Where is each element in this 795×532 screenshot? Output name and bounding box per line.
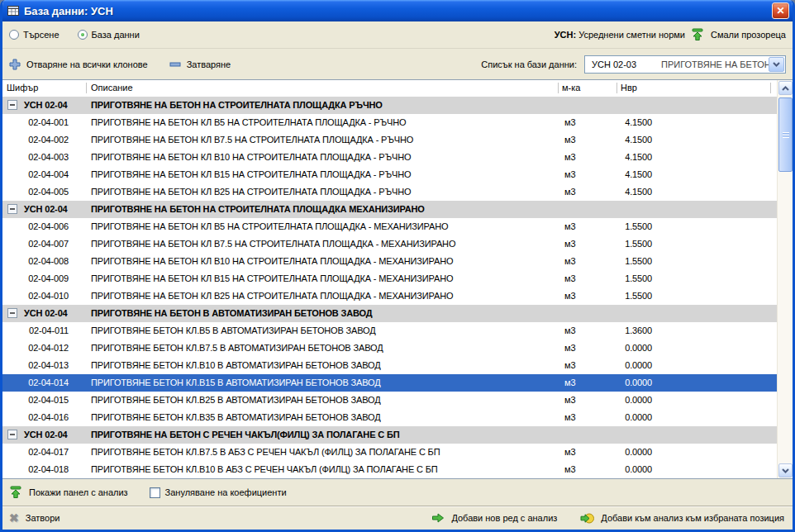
group-row[interactable]: УСН 02-04 ПРИГОТВЯНЕ НА БЕТОН С РЕЧЕН ЧА… [2,426,777,444]
row-description: ПРИГОТВЯНЕ НА БЕТОН КЛ В10 НА СТРОИТЕЛНА… [91,149,537,166]
row-norm-value: 1.5500 [576,287,652,305]
app-window: База данни: УСН ✕ Търсене База данни УСН… [0,0,795,532]
table-row[interactable]: 02-04-012 ПРИГОТВЯНЕ БЕТОН КЛ.В7.5 В АВТ… [2,340,777,357]
table-body: УСН 02-04 ПРИГОТВЯНЕ НА БЕТОН НА СТРОИТЕ… [2,97,777,478]
shrink-window-button[interactable]: Смали прозореца [691,28,786,41]
row-unit: м3 [564,322,575,340]
plus-icon [9,59,21,70]
column-divider [86,83,87,93]
table-row[interactable]: 02-04-009 ПРИГОТВЯНЕ НА БЕТОН КЛ В15 НА … [2,270,777,287]
row-description: ПРИГОТВЯНЕ БЕТОН КЛ.В10 В АБЗ С РЕЧЕН ЧА… [91,461,537,478]
table-row[interactable]: 02-04-004 ПРИГОТВЯНЕ НА БЕТОН КЛ В15 НА … [2,166,777,183]
scroll-up-button[interactable] [778,81,793,95]
table-row[interactable]: 02-04-007 ПРИГОТВЯНЕ НА БЕТОН КЛ В7.5 НА… [2,235,777,253]
row-code: 02-04-011 [2,322,69,340]
row-code: 02-04-014 [2,374,69,392]
table-row[interactable]: 02-04-011 ПРИГОТВЯНЕ БЕТОН КЛ.В5 В АВТОМ… [2,322,777,340]
collapse-box-icon[interactable] [7,204,17,214]
row-unit: м3 [564,461,575,478]
table-row[interactable]: 02-04-013 ПРИГОТВЯНЕ БЕТОН КЛ.В10 В АВТО… [2,357,777,374]
add-new-row-button[interactable]: Добави нов ред с анализ [431,512,557,524]
row-code: 02-04-005 [2,183,69,201]
radio-database-icon[interactable] [78,30,88,40]
row-description: ПРИГОТВЯНЕ БЕТОН КЛ.В5 В АВТОМАТИЗИРАН Б… [91,322,537,340]
show-analysis-panel-button[interactable]: Покажи панел с анализ [9,486,128,499]
scrollbar-thumb[interactable] [778,97,793,172]
row-code: 02-04-017 [2,444,69,461]
row-code: 02-04-002 [2,131,69,149]
close-window-button[interactable]: ✖ Затвори [9,512,60,524]
row-norm-value: 0.0000 [576,409,652,426]
show-analysis-panel-label: Покажи панел с анализ [29,487,128,497]
row-unit: м3 [564,183,575,201]
window-title: База данни: УСН [24,5,113,17]
table-row[interactable]: 02-04-006 ПРИГОТВЯНЕ НА БЕТОН КЛ В5 НА С… [2,218,777,235]
table-row[interactable]: 02-04-005 ПРИГОТВЯНЕ НА БЕТОН КЛ В25 НА … [2,183,777,201]
database-select-name: ПРИГОТВЯНЕ НА БЕТОНИ [661,59,778,69]
row-description: ПРИГОТВЯНЕ БЕТОН КЛ.В7.5 В АБЗ С РЕЧЕН Ч… [91,444,537,461]
table-row[interactable]: 02-04-014 ПРИГОТВЯНЕ БЕТОН КЛ.В15 В АВТО… [2,374,777,392]
row-unit: м3 [564,287,575,305]
add-to-selected-button[interactable]: Добави към анализ към избраната позиция [580,512,784,525]
column-divider [770,83,771,93]
table-row[interactable]: 02-04-017 ПРИГОТВЯНЕ БЕТОН КЛ.В7.5 В АБЗ… [2,444,777,461]
row-unit: м3 [564,392,575,409]
row-description: ПРИГОТВЯНЕ НА БЕТОН КЛ В7.5 НА СТРОИТЕЛН… [91,131,537,149]
row-unit: м3 [564,374,575,392]
radio-database[interactable]: База данни [78,30,140,40]
table-row[interactable]: 02-04-010 ПРИГОТВЯНЕ НА БЕТОН КЛ В25 НА … [2,287,777,305]
row-unit: м3 [564,444,575,461]
database-select-dropdown-button[interactable] [769,57,784,72]
row-description: ПРИГОТВЯНЕ НА БЕТОН КЛ В7.5 НА СТРОИТЕЛН… [91,235,537,253]
row-code: 02-04-012 [2,340,69,357]
zero-coefficients-checkbox[interactable] [150,487,160,498]
table-row[interactable]: 02-04-016 ПРИГОТВЯНЕ БЕТОН КЛ.В35 В АВТО… [2,409,777,426]
group-row[interactable]: УСН 02-04 ПРИГОТВЯНЕ НА БЕТОН В АВТОМАТИ… [2,305,777,322]
open-all-branches-button[interactable]: Отваряне на всички клонове [9,59,148,70]
group-row[interactable]: УСН 02-04 ПРИГОТВЯНЕ НА БЕТОН НА СТРОИТЕ… [2,97,777,114]
table-row[interactable]: 02-04-001 ПРИГОТВЯНЕ НА БЕТОН КЛ В5 НА С… [2,114,777,131]
row-unit: м3 [564,166,575,183]
collapse-box-icon[interactable] [7,308,17,318]
analysis-panel-bar: Покажи панел с анализ Зануляване на коеф… [2,479,793,506]
row-unit: м3 [564,270,575,287]
row-description: ПРИГОТВЯНЕ НА БЕТОН КЛ В5 НА СТРОИТЕЛНАТ… [91,114,537,131]
radio-search-icon[interactable] [9,30,19,40]
table-row[interactable]: 02-04-003 ПРИГОТВЯНЕ НА БЕТОН КЛ В10 НА … [2,149,777,166]
minus-icon [169,59,181,70]
zero-coefficients-checkbox-group[interactable]: Зануляване на коефициенти [150,487,287,498]
collapse-box-icon[interactable] [7,100,17,110]
add-to-selected-label: Добави към анализ към избраната позиция [601,513,784,523]
column-header-unit: м-ка [562,83,580,93]
row-code: 02-04-009 [2,270,69,287]
collapse-branches-button[interactable]: Затваряне [169,59,231,70]
close-button[interactable]: ✕ [772,2,789,19]
database-select[interactable]: УСН 02-03 ПРИГОТВЯНЕ НА БЕТОНИ [584,55,786,74]
row-code: 02-04-018 [2,461,69,478]
usn-legend: УСН: Усреднени сметни норми [555,30,685,40]
row-code: 02-04-004 [2,166,69,183]
close-x-icon: ✖ [9,512,19,524]
close-window-label: Затвори [26,513,60,523]
row-unit: м3 [564,235,575,253]
row-norm-value: 4.1500 [576,114,652,131]
row-description: ПРИГОТВЯНЕ НА БЕТОН КЛ В25 НА СТРОИТЕЛНА… [91,183,537,201]
column-header-description: Описание [91,83,133,93]
row-description: ПРИГОТВЯНЕ НА БЕТОН КЛ В15 НА СТРОИТЕЛНА… [91,270,537,287]
row-description: ПРИГОТВЯНЕ НА БЕТОН КЛ В5 НА СТРОИТЕЛНАТ… [91,218,537,235]
radio-search[interactable]: Търсене [9,30,60,40]
table-row[interactable]: 02-04-015 ПРИГОТВЯНЕ БЕТОН КЛ.В25 В АВТО… [2,392,777,409]
row-norm-value: 4.1500 [576,183,652,201]
table-row[interactable]: 02-04-008 ПРИГОТВЯНЕ НА БЕТОН КЛ В10 НА … [2,253,777,270]
row-description: ПРИГОТВЯНЕ БЕТОН КЛ.В25 В АВТОМАТИЗИРАН … [91,392,537,409]
table-row[interactable]: 02-04-002 ПРИГОТВЯНЕ НА БЕТОН КЛ В7.5 НА… [2,131,777,149]
row-norm-value: 4.1500 [576,149,652,166]
scroll-down-button[interactable] [778,463,793,477]
group-code: УСН 02-04 [24,305,68,322]
row-norm-value: 0.0000 [576,444,652,461]
table-row[interactable]: 02-04-018 ПРИГОТВЯНЕ БЕТОН КЛ.В10 В АБЗ … [2,461,777,478]
group-row[interactable]: УСН 02-04 ПРИГОТВЯНЕ НА БЕТОН НА СТРОИТЕ… [2,201,777,218]
bottom-action-bar: ✖ Затвори Добави нов ред с анализ [2,506,793,530]
collapse-box-icon[interactable] [7,430,17,439]
vertical-scrollbar[interactable] [777,80,793,478]
